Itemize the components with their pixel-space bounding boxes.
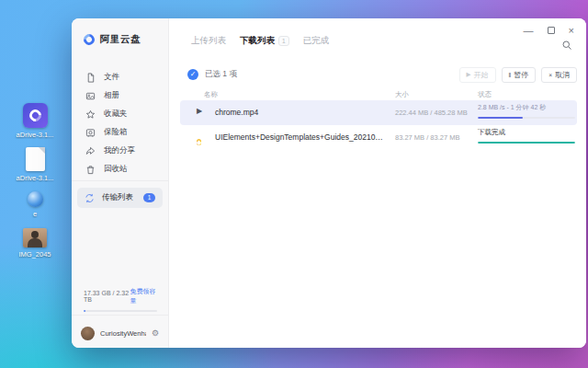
sidebar-item-favorites[interactable]: 收藏夹 bbox=[72, 105, 168, 123]
column-header-status: 状态 bbox=[478, 90, 492, 99]
storage-progress-track bbox=[84, 310, 157, 312]
storage-section: 17.33 GB / 2.32 TB 免费领容量 bbox=[84, 287, 157, 312]
video-file-icon: ▶ bbox=[197, 107, 202, 115]
storage-progress-fill bbox=[84, 310, 85, 312]
file-name: UIElements+DesignTemplates+Guides_202104… bbox=[215, 125, 385, 150]
expand-storage-link[interactable]: 免费领容量 bbox=[130, 287, 157, 305]
progress-track bbox=[478, 117, 575, 119]
sketch-file-icon: ◆ bbox=[197, 132, 201, 148]
transfer-actions: ▶ 开始 ‖ 暂停 × 取消 bbox=[459, 67, 577, 83]
minimize-button[interactable]: — bbox=[524, 25, 534, 36]
sidebar-item-safebox[interactable]: 保险箱 bbox=[72, 123, 168, 142]
column-header-size: 大小 bbox=[395, 90, 409, 99]
progress-fill bbox=[478, 117, 523, 119]
file-status: 2.8 MB /s - 1 分钟 42 秒 bbox=[478, 103, 575, 119]
download-count-badge: 1 bbox=[278, 36, 289, 46]
tab-completed[interactable]: 已完成 bbox=[303, 35, 330, 47]
trash-icon bbox=[85, 165, 96, 175]
search-icon bbox=[561, 40, 572, 51]
sidebar-item-my-shares[interactable]: 我的分享 bbox=[72, 142, 168, 160]
select-all-checkbox[interactable]: ✓ bbox=[187, 69, 198, 80]
play-icon: ▶ bbox=[467, 71, 471, 78]
desktop-icon-browser[interactable]: e bbox=[11, 191, 59, 218]
maximize-button[interactable] bbox=[548, 27, 555, 34]
main-content: 上传列表 下载列表 1 已完成 ✓ 已选 1 项 bbox=[169, 18, 586, 348]
transfer-count-badge: 1 bbox=[143, 193, 155, 202]
cancel-button[interactable]: × 取消 bbox=[541, 67, 577, 83]
safe-icon bbox=[85, 128, 96, 138]
file-size: 83.27 MB / 83.27 MB bbox=[395, 125, 459, 150]
sidebar: 阿里云盘 文件 相册 收藏夹 保险箱 bbox=[72, 18, 169, 348]
app-title: 阿里云盘 bbox=[100, 33, 141, 46]
photo-thumbnail-icon bbox=[23, 228, 47, 247]
aliyun-drive-window: — × 阿里云盘 文件 相册 收藏夹 bbox=[72, 18, 586, 348]
file-icon bbox=[85, 73, 96, 83]
transfer-tabs: 上传列表 下载列表 1 已完成 bbox=[191, 35, 329, 47]
status-text: 2.8 MB /s - 1 分钟 42 秒 bbox=[478, 103, 575, 112]
image-icon bbox=[85, 91, 96, 101]
window-controls: — × bbox=[524, 25, 574, 36]
download-list: ▶ chrome.mp4 222.44 MB / 485.28 MB 2.8 M… bbox=[180, 100, 577, 150]
star-icon bbox=[85, 109, 96, 120]
avatar bbox=[81, 327, 95, 340]
selection-toolbar: ✓ 已选 1 项 ▶ 开始 ‖ 暂停 × 取消 bbox=[187, 66, 577, 83]
desktop-icon-adrive-file[interactable]: aDrive-3.1... bbox=[11, 147, 59, 182]
desktop-icon-photo[interactable]: IMG_2045 bbox=[11, 228, 59, 259]
progress-track bbox=[478, 142, 575, 144]
check-icon: ✓ bbox=[190, 70, 197, 78]
file-size: 222.44 MB / 485.28 MB bbox=[395, 100, 468, 125]
sidebar-item-recycle-bin[interactable]: 回收站 bbox=[72, 160, 168, 178]
user-account[interactable]: CuriosityWenhaoqi ⚙ bbox=[81, 322, 159, 344]
pause-button[interactable]: ‖ 暂停 bbox=[502, 67, 537, 83]
status-text: 下载完成 bbox=[478, 128, 575, 137]
storage-usage: 17.33 GB / 2.32 TB bbox=[84, 290, 130, 303]
file-name: chrome.mp4 bbox=[215, 100, 385, 125]
file-status: 下载完成 bbox=[478, 128, 575, 144]
share-icon bbox=[85, 146, 96, 156]
desktop-icon-label: aDrive-3.1... bbox=[11, 131, 59, 139]
globe-icon bbox=[28, 191, 43, 207]
desktop-icon-label: e bbox=[11, 210, 59, 218]
desktop-icon-label: aDrive-3.1... bbox=[11, 174, 59, 182]
app-logo: 阿里云盘 bbox=[84, 33, 141, 46]
transfer-icon bbox=[85, 193, 95, 203]
close-button[interactable]: × bbox=[569, 25, 574, 36]
desktop-icon-label: IMG_2045 bbox=[11, 250, 59, 259]
column-header-name: 名称 bbox=[204, 90, 218, 99]
document-icon bbox=[26, 147, 45, 171]
sidebar-nav: 文件 相册 收藏夹 保险箱 我的分享 bbox=[72, 68, 168, 178]
progress-fill bbox=[478, 142, 575, 144]
gear-icon[interactable]: ⚙ bbox=[152, 328, 159, 338]
sidebar-item-albums[interactable]: 相册 bbox=[72, 86, 168, 105]
user-name: CuriosityWenhaoqi bbox=[100, 329, 146, 338]
close-icon: × bbox=[548, 72, 552, 78]
aliyun-drive-logo-icon bbox=[82, 32, 97, 48]
table-row[interactable]: ◆ UIElements+DesignTemplates+Guides_2021… bbox=[180, 125, 577, 150]
selection-count-label: 已选 1 项 bbox=[205, 69, 237, 80]
tab-upload-list[interactable]: 上传列表 bbox=[191, 35, 226, 47]
sidebar-divider bbox=[72, 315, 168, 316]
desktop-icon-adrive-app[interactable]: aDrive-3.1... bbox=[11, 103, 59, 139]
sidebar-divider bbox=[72, 180, 168, 181]
sidebar-item-transfer-list[interactable]: 传输列表 1 bbox=[77, 188, 163, 208]
table-row[interactable]: ▶ chrome.mp4 222.44 MB / 485.28 MB 2.8 M… bbox=[180, 100, 577, 125]
sidebar-item-files[interactable]: 文件 bbox=[72, 68, 168, 86]
search-button[interactable] bbox=[561, 38, 572, 54]
start-button[interactable]: ▶ 开始 bbox=[459, 67, 496, 83]
tab-download-list[interactable]: 下载列表 1 bbox=[240, 35, 289, 47]
adrive-app-icon bbox=[23, 103, 48, 128]
desktop-wallpaper: aDrive-3.1... aDrive-3.1... e IMG_2045 —… bbox=[0, 0, 588, 368]
pause-icon: ‖ bbox=[509, 72, 512, 78]
